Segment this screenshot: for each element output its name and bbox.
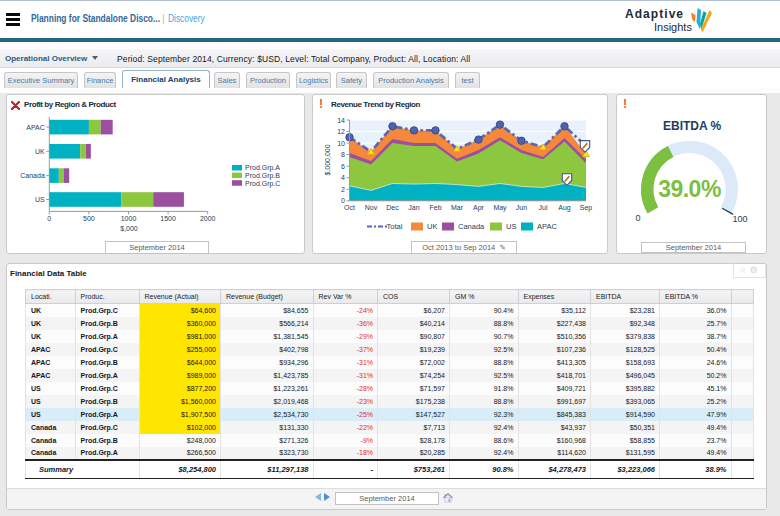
svg-text:APAC: APAC <box>537 222 557 231</box>
svg-text:US: US <box>35 196 45 203</box>
svg-text:39.0%: 39.0% <box>658 176 721 202</box>
svg-text:$,000: $,000 <box>120 225 138 232</box>
svg-text:Jul: Jul <box>539 204 548 211</box>
svg-text:10: 10 <box>337 140 345 147</box>
svg-text:Nov: Nov <box>365 204 378 211</box>
svg-text:$,000,000: $,000,000 <box>324 144 331 175</box>
svg-text:2: 2 <box>341 186 345 193</box>
svg-text:Mar: Mar <box>451 204 464 211</box>
svg-text:UK: UK <box>35 148 45 155</box>
svg-text:Apr: Apr <box>473 204 485 212</box>
svg-text:1000: 1000 <box>121 215 137 222</box>
svg-text:UK: UK <box>427 222 437 231</box>
svg-text:Oct: Oct <box>344 204 355 211</box>
svg-text:14: 14 <box>337 117 345 124</box>
svg-text:4: 4 <box>341 174 345 181</box>
svg-text:Jan: Jan <box>408 204 419 211</box>
svg-text:Canada: Canada <box>458 222 485 231</box>
svg-text:APAC: APAC <box>26 124 45 131</box>
svg-text:Dec: Dec <box>386 204 399 211</box>
svg-text:1500: 1500 <box>160 215 176 222</box>
svg-text:8: 8 <box>341 151 345 158</box>
svg-text:May: May <box>493 204 507 212</box>
svg-text:6: 6 <box>341 163 345 170</box>
svg-text:Total: Total <box>387 222 403 231</box>
svg-text:0: 0 <box>635 213 640 223</box>
svg-text:0: 0 <box>47 215 51 222</box>
svg-text:Prod.Grp.C: Prod.Grp.C <box>245 180 280 188</box>
svg-text:Feb: Feb <box>429 204 441 211</box>
svg-text:100: 100 <box>732 214 747 224</box>
svg-text:Sep: Sep <box>580 204 593 212</box>
svg-text:Canada: Canada <box>20 172 45 179</box>
svg-text:2000: 2000 <box>200 215 216 222</box>
svg-text:500: 500 <box>83 215 95 222</box>
svg-text:Jun: Jun <box>516 204 527 211</box>
svg-text:Aug: Aug <box>558 204 571 212</box>
svg-text:12: 12 <box>337 128 345 135</box>
svg-text:US: US <box>506 222 516 231</box>
